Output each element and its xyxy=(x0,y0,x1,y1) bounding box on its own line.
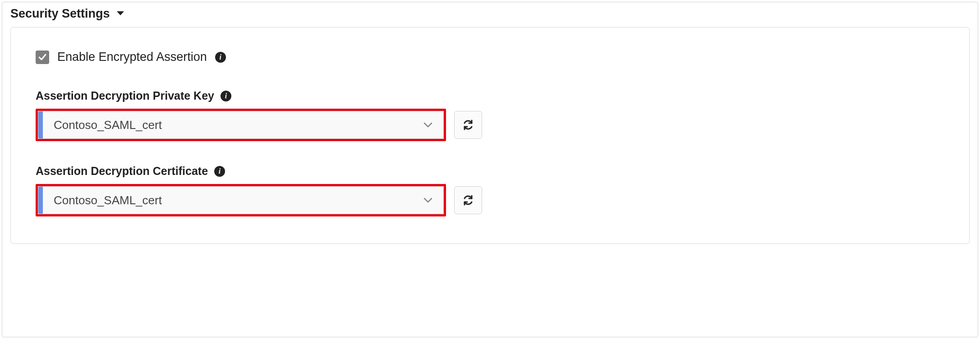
security-settings-header[interactable]: Security Settings xyxy=(10,7,970,21)
info-icon[interactable]: i xyxy=(215,52,226,63)
private-key-refresh-button[interactable] xyxy=(454,111,482,139)
private-key-value: Contoso_SAML_cert xyxy=(43,118,413,132)
private-key-dropdown[interactable]: Contoso_SAML_cert xyxy=(38,111,444,139)
selection-indicator xyxy=(38,111,43,138)
chevron-down-icon xyxy=(413,122,443,128)
enable-encrypted-label: Enable Encrypted Assertion xyxy=(57,50,207,64)
caret-down-icon xyxy=(116,9,124,18)
selection-indicator xyxy=(38,187,43,214)
section-title: Security Settings xyxy=(10,7,110,21)
certificate-highlight: Contoso_SAML_cert xyxy=(36,184,446,216)
certificate-field: Assertion Decryption Certificate i Conto… xyxy=(36,165,947,216)
enable-encrypted-row: Enable Encrypted Assertion i xyxy=(36,50,947,64)
private-key-highlight: Contoso_SAML_cert xyxy=(36,109,446,141)
private-key-field: Assertion Decryption Private Key i Conto… xyxy=(36,89,947,141)
certificate-refresh-button[interactable] xyxy=(454,186,482,214)
info-icon[interactable]: i xyxy=(221,91,231,101)
certificate-value: Contoso_SAML_cert xyxy=(43,193,413,207)
info-icon[interactable]: i xyxy=(214,166,225,177)
certificate-label: Assertion Decryption Certificate xyxy=(36,165,208,178)
private-key-label: Assertion Decryption Private Key xyxy=(36,89,214,102)
security-settings-panel: Enable Encrypted Assertion i Assertion D… xyxy=(10,27,970,244)
chevron-down-icon xyxy=(413,197,443,203)
security-settings-container: Security Settings Enable Encrypted Asser… xyxy=(2,2,978,337)
enable-encrypted-checkbox[interactable] xyxy=(36,51,49,64)
certificate-dropdown[interactable]: Contoso_SAML_cert xyxy=(38,186,444,214)
